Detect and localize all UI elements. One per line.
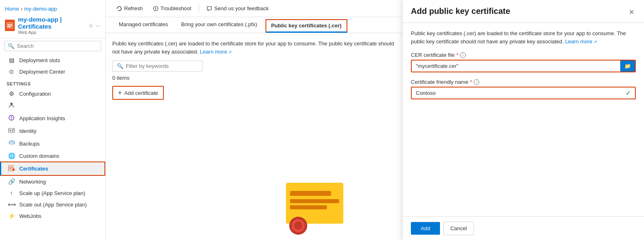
filter-box[interactable]: 🔍 — [112, 61, 202, 72]
panel-description: Public key certificates (.cer) are loade… — [411, 29, 636, 45]
sidebar-item-scale-out[interactable]: ⟺ Scale out (App Service plan) — [0, 199, 105, 210]
troubleshoot-button[interactable]: Troubleshoot — [149, 3, 195, 13]
svg-point-19 — [155, 9, 156, 10]
sidebar-item-scale-up[interactable]: ↑ Scale up (App Service plan) — [0, 187, 105, 199]
troubleshoot-icon — [153, 6, 159, 11]
learn-more-link[interactable]: Learn more — [200, 49, 231, 55]
star-icon[interactable]: ☆ — [88, 22, 93, 29]
panel-title: Add public key certificate — [411, 7, 510, 16]
add-certificate-button[interactable]: + Add certificate — [112, 86, 164, 100]
friendly-name-info-icon[interactable]: i — [474, 79, 479, 85]
svg-point-6 — [11, 119, 12, 119]
required-marker: * — [470, 79, 472, 85]
app-main-title: my-demo-app | Certificates — [18, 16, 85, 30]
identity-icon — [8, 127, 15, 135]
sidebar-item-application-insights[interactable]: Application Insights — [0, 112, 105, 125]
scale-out-icon: ⟺ — [8, 201, 15, 208]
sidebar-label: Identity — [19, 128, 36, 134]
tab-cer[interactable]: Public key certificates (.cer) — [265, 19, 347, 33]
sidebar-label: Certificates — [19, 166, 48, 172]
deployment-slots-icon: ▤ — [8, 57, 15, 63]
cer-info-icon[interactable]: i — [460, 52, 466, 58]
panel-header: Add public key certificate ✕ — [403, 0, 644, 23]
deployment-center-icon: ⊙ — [8, 68, 15, 75]
cer-file-input-wrapper: 📁 — [411, 60, 636, 72]
search-icon: 🔍 — [8, 43, 14, 49]
search-input[interactable] — [17, 43, 98, 49]
sidebar-header: Home › my-demo-app my-demo-app | Certifi… — [0, 0, 105, 38]
certificate-illustration — [282, 179, 356, 236]
app-title-bar: my-demo-app | Certificates Web App ☆ ··· — [5, 13, 100, 36]
required-marker: * — [456, 52, 458, 58]
certificates-icon — [8, 165, 15, 173]
sidebar-item-networking[interactable]: 🔗 Networking — [0, 176, 105, 187]
friendly-name-field-group: Certificate friendly name * i ✓ — [411, 79, 636, 99]
main-content: Refresh Troubleshoot Send us your feedba… — [106, 0, 644, 240]
panel-footer: Add Cancel — [403, 216, 644, 240]
tab-managed[interactable]: Managed certificates — [112, 17, 175, 33]
content-description: Public key certificates (.cer) are loade… — [112, 40, 399, 56]
sidebar-nav: ▤ Deployment slots ⊙ Deployment Center S… — [0, 54, 105, 222]
authentication-icon — [8, 102, 15, 110]
app-subtitle: Web App — [18, 30, 85, 35]
folder-icon: 📁 — [624, 63, 631, 69]
cancel-button[interactable]: Cancel — [443, 222, 474, 235]
breadcrumb-app[interactable]: my-demo-app — [24, 6, 57, 12]
breadcrumb: Home › my-demo-app — [5, 4, 100, 13]
cer-file-label: CER certificate file * i — [411, 52, 636, 58]
sidebar-item-authentication[interactable] — [0, 99, 105, 112]
toolbar-divider — [199, 4, 199, 13]
cer-file-field-group: CER certificate file * i 📁 — [411, 52, 636, 72]
tab-pfx[interactable]: Bring your own certificates (.pfx) — [175, 17, 264, 33]
sidebar-item-custom-domains[interactable]: 🌐 Custom domains — [0, 150, 105, 161]
svg-rect-23 — [290, 205, 327, 209]
svg-rect-1 — [7, 25, 12, 25]
sidebar-item-backups[interactable]: Backups — [0, 137, 105, 150]
sidebar-item-certificates[interactable]: Certificates — [0, 161, 105, 176]
svg-point-16 — [12, 168, 15, 171]
scale-up-icon: ↑ — [8, 190, 15, 196]
webjobs-icon: ⚡ — [8, 213, 15, 219]
sidebar-item-configuration[interactable]: ⚙ Configuration — [0, 88, 105, 99]
cer-file-browse-button[interactable]: 📁 — [620, 61, 635, 72]
panel-learn-more-link[interactable]: Learn more — [565, 38, 597, 45]
sidebar-item-deployment-slots[interactable]: ▤ Deployment slots — [0, 54, 105, 66]
add-button[interactable]: Add — [411, 222, 440, 235]
configuration-icon: ⚙ — [8, 90, 15, 97]
sidebar-label: Deployment slots — [19, 57, 60, 63]
settings-section-label: Settings — [0, 77, 105, 88]
friendly-name-input[interactable] — [412, 87, 621, 99]
svg-point-26 — [294, 222, 302, 230]
sidebar-label: Scale up (App Service plan) — [19, 190, 85, 196]
panel-body: Public key certificates (.cer) are loade… — [403, 23, 644, 216]
cer-file-input[interactable] — [412, 61, 620, 72]
sidebar-label: Scale out (App Service plan) — [19, 202, 87, 208]
filter-icon: 🔍 — [117, 63, 123, 69]
refresh-icon — [116, 6, 122, 11]
sidebar-item-identity[interactable]: Identity — [0, 125, 105, 137]
add-certificate-panel: Add public key certificate ✕ Public key … — [402, 0, 644, 240]
search-box[interactable]: 🔍 — [4, 41, 101, 51]
check-icon: ✓ — [621, 89, 635, 97]
friendly-name-input-wrapper: ✓ — [411, 87, 636, 99]
svg-rect-22 — [290, 199, 339, 203]
svg-point-8 — [10, 130, 11, 131]
feedback-icon — [206, 6, 212, 11]
app-insights-icon — [8, 114, 15, 122]
app-icon — [5, 20, 15, 31]
refresh-button[interactable]: Refresh — [112, 3, 147, 13]
feedback-button[interactable]: Send us your feedback — [202, 3, 273, 13]
svg-rect-21 — [290, 191, 331, 196]
panel-close-button[interactable]: ✕ — [627, 7, 636, 18]
filter-input[interactable] — [126, 63, 195, 69]
more-icon[interactable]: ··· — [96, 22, 100, 29]
sidebar: Home › my-demo-app my-demo-app | Certifi… — [0, 0, 106, 240]
sidebar-item-webjobs[interactable]: ⚡ WebJobs — [0, 210, 105, 222]
breadcrumb-home[interactable]: Home — [5, 6, 19, 12]
sidebar-item-deployment-center[interactable]: ⊙ Deployment Center — [0, 66, 105, 77]
sidebar-label: Backups — [19, 141, 40, 147]
networking-icon: 🔗 — [8, 178, 15, 185]
backups-icon — [8, 140, 15, 148]
sidebar-label: Custom domains — [19, 153, 59, 159]
custom-domains-icon: 🌐 — [8, 153, 15, 159]
